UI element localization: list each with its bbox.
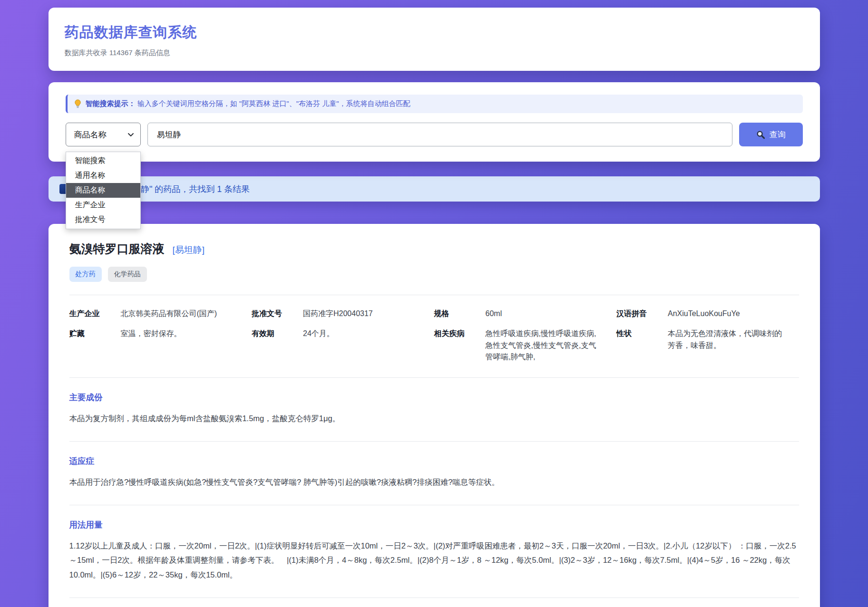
search-input[interactable]: [147, 123, 732, 146]
drug-title-row: 氨溴特罗口服溶液 [易坦静]: [69, 241, 799, 257]
search-icon: [756, 130, 765, 139]
drug-info-grid: 生产企业北京韩美药品有限公司(国产)批准文号国药准字H20040317规格60m…: [69, 295, 799, 377]
info-value: 北京韩美药品有限公司(国产): [121, 308, 252, 320]
drug-section: 不良反应1.精神神经系统：偶见头痛手颤嗜睡不安头晕失眠四肢麻木等。|2.循环系统…: [69, 597, 799, 607]
search-type-selected-value: 商品名称: [74, 129, 107, 140]
page-title: 药品数据库查询系统: [65, 23, 804, 42]
drug-sections: 主要成份本品为复方制剂，其组成成份为每ml含盐酸氨溴索1.5mg，盐酸克仑特罗1…: [69, 377, 799, 607]
info-label: 贮藏: [69, 328, 121, 363]
dropdown-option[interactable]: 商品名称: [66, 183, 140, 198]
page: 药品数据库查询系统 数据库共收录 114367 条药品信息 智能搜索提示： 输入…: [49, 0, 820, 607]
search-type-dropdown: 智能搜索通用名称商品名称生产企业批准文号: [66, 152, 141, 229]
drug-section: 用法用量1.12岁以上儿童及成人：口服，一次20ml，一日2次。|(1)症状明显…: [69, 505, 799, 597]
info-value: 24个月。: [303, 328, 434, 363]
info-value: AnXiuTeLuoKouFuYe: [668, 308, 799, 320]
section-text: 本品为复方制剂，其组成成份为每ml含盐酸氨溴索1.5mg，盐酸克仑特罗1μg。: [69, 411, 799, 426]
search-button-label: 查询: [770, 129, 786, 140]
lightbulb-icon: [74, 99, 81, 108]
info-label: 批准文号: [252, 308, 303, 320]
info-label: 性状: [616, 328, 668, 363]
hint-text: 智能搜索提示： 输入多个关键词用空格分隔，如 "阿莫西林 进口"、"布洛芬 儿童…: [86, 99, 410, 108]
dropdown-option[interactable]: 通用名称: [66, 168, 140, 183]
section-title: 主要成份: [69, 392, 799, 403]
info-label: 规格: [434, 308, 486, 320]
drug-brand-name[interactable]: [易坦静]: [173, 244, 205, 256]
database-count-subtitle: 数据库共收录 114367 条药品信息: [65, 48, 804, 58]
smart-search-hint: 智能搜索提示： 输入多个关键词用空格分隔，如 "阿莫西林 进口"、"布洛芬 儿童…: [66, 95, 803, 113]
dropdown-option[interactable]: 智能搜索: [66, 154, 140, 168]
drug-detail-card: 氨溴特罗口服溶液 [易坦静] 处方药化学药品 生产企业北京韩美药品有限公司(国产…: [49, 224, 820, 607]
search-row: 商品名称 查询: [66, 123, 803, 146]
info-value: 60ml: [486, 308, 617, 320]
search-panel: 智能搜索提示： 输入多个关键词用空格分隔，如 "阿莫西林 进口"、"布洛芬 儿童…: [49, 82, 820, 162]
section-title: 用法用量: [69, 519, 799, 530]
drug-section: 主要成份本品为复方制剂，其组成成份为每ml含盐酸氨溴索1.5mg，盐酸克仑特罗1…: [69, 377, 799, 441]
drug-tag-row: 处方药化学药品: [69, 267, 799, 282]
hint-label: 智能搜索提示：: [86, 99, 136, 107]
header-card: 药品数据库查询系统 数据库共收录 114367 条药品信息: [49, 8, 820, 71]
search-button[interactable]: 查询: [739, 123, 803, 146]
search-type-select[interactable]: 商品名称: [66, 123, 141, 146]
drug-tag: 处方药: [69, 267, 102, 282]
drug-tag: 化学药品: [108, 267, 147, 282]
info-value: 国药准字H20040317: [303, 308, 434, 320]
info-label: 有效期: [252, 328, 303, 363]
info-label: 汉语拼音: [616, 308, 668, 320]
drug-name: 氨溴特罗口服溶液: [69, 241, 165, 257]
info-value: 室温，密封保存。: [121, 328, 252, 363]
info-value: 急性呼吸道疾病,慢性呼吸道疾病,急性支气管炎,慢性支气管炎,支气管哮喘,肺气肿,: [486, 328, 617, 363]
dropdown-option[interactable]: 生产企业: [66, 198, 140, 212]
info-value: 本品为无色澄清液体，代调味剂的芳香，味香甜。: [668, 328, 799, 363]
result-summary-bar: 商品名称为 "易坦静" 的药品，共找到 1 条结果: [49, 176, 820, 202]
hint-body: 输入多个关键词用空格分隔，如 "阿莫西林 进口"、"布洛芬 儿童"，系统将自动组…: [137, 99, 410, 107]
dropdown-option[interactable]: 批准文号: [66, 212, 140, 227]
chevron-down-icon: [127, 133, 134, 137]
section-text: 1.12岁以上儿童及成人：口服，一次20ml，一日2次。|(1)症状明显好转后可…: [69, 539, 799, 582]
info-label: 生产企业: [69, 308, 121, 320]
info-label: 相关疾病: [434, 328, 486, 363]
section-title: 适应症: [69, 455, 799, 467]
drug-section: 适应症本品用于治疗急?慢性呼吸道疾病(如急?慢性支气管炎?支气管哮喘? 肺气肿等…: [69, 441, 799, 505]
section-text: 本品用于治疗急?慢性呼吸道疾病(如急?慢性支气管炎?支气管哮喘? 肺气肿等)引起…: [69, 475, 799, 490]
